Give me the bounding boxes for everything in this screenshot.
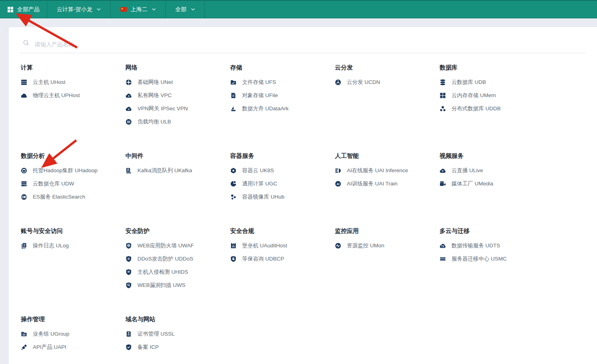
video-camera-icon — [440, 181, 446, 187]
search-input[interactable] — [35, 41, 275, 48]
category-title: 存储 — [230, 63, 335, 72]
nav-tab-label: 全部产品 — [17, 6, 40, 13]
products-row: 账号与安全访问操作日志 ULog安全防护WEB应用防火墙 UWAFDDDoS攻击… — [9, 227, 597, 292]
products-row: 计算云主机 UHost物理云主机 UPHost网络基础网络 UNet私有网络 V… — [9, 63, 597, 128]
product-item[interactable]: 云主机 UHost — [21, 76, 125, 89]
nav-tab-3[interactable]: 全部 — [166, 1, 205, 18]
ai-circle-icon: AI — [335, 181, 341, 187]
cloud-transfer-icon — [440, 243, 446, 249]
category-title: 视频服务 — [440, 151, 544, 160]
category-title: 中间件 — [125, 151, 230, 160]
nav-tab-label: 上海二 — [131, 6, 147, 13]
category-title: 安全合规 — [230, 227, 335, 235]
product-item[interactable]: 资源监控 UMon — [335, 239, 440, 252]
inference-icon — [335, 167, 341, 174]
product-item-label: ES服务 ElasticSearch — [33, 193, 85, 201]
category-section: 人工智能AI在线服务 UAI InferenceAIAI训练服务 UAI Tra… — [335, 151, 440, 203]
product-item[interactable]: 堡垒机 UAuditHost — [230, 239, 335, 252]
product-item[interactable]: ES服务 ElasticSearch — [21, 190, 125, 203]
products-row: 数据分析托管Hadoop集群 UHadoop云数据仓库 UDWES服务 Elas… — [9, 151, 597, 203]
category-section: 安全防护WEB应用防火墙 UWAFDDDoS攻击防护 UDDoS主机入侵检测 U… — [125, 227, 230, 292]
hadoop-circle-icon — [21, 167, 27, 174]
product-item-label: 媒体工厂 UMedia — [452, 180, 493, 187]
category-title: 操作管理 — [21, 315, 125, 323]
category-section: 容器服务容器云 UK8S通用计算 UGC容器镜像库 UHub — [230, 151, 335, 203]
compute-swirl-icon — [230, 181, 237, 187]
product-item[interactable]: AI在线服务 UAI Inference — [335, 164, 440, 177]
product-item-label: 数据方舟 UDataArk — [242, 105, 289, 112]
category-title: 域名与网站 — [125, 315, 230, 323]
load-balancer-icon — [125, 119, 132, 125]
product-item-label: 等保咨询 UDBCP — [242, 255, 284, 263]
cluster-dots-icon — [440, 105, 446, 112]
product-item[interactable]: WEB漏洞扫描 UWS — [125, 278, 230, 292]
category-section: 计算云主机 UHost物理云主机 UPHost — [21, 63, 125, 128]
shield-globe-icon — [125, 243, 132, 249]
product-item[interactable]: 业务组 UGroup — [21, 327, 125, 340]
product-item[interactable]: 基础网络 UNet — [125, 76, 230, 89]
product-item[interactable]: 负载均衡 ULB — [125, 115, 230, 128]
elasticsearch-icon — [21, 194, 27, 200]
folder-group-icon — [21, 331, 27, 337]
product-item-label: 容器云 UK8S — [242, 167, 274, 174]
product-item-label: AI在线服务 UAI Inference — [347, 167, 408, 174]
product-item[interactable]: 云分发 UCDN — [335, 76, 440, 89]
product-item-label: 文件存储 UFS — [242, 79, 276, 86]
product-item[interactable]: 容器云 UK8S — [230, 164, 335, 177]
product-item[interactable]: 云内存存储 UMem — [440, 89, 544, 102]
product-item-label: 私有网络 VPC — [137, 92, 172, 99]
database-icon — [440, 79, 446, 86]
product-item[interactable]: 物理云主机 UPHost — [21, 89, 125, 102]
nav-tab-0[interactable]: 全部产品 — [0, 1, 47, 18]
category-title: 监控应用 — [335, 227, 440, 235]
product-item[interactable]: DDDoS攻击防护 UDDoS — [125, 252, 230, 265]
category-section: 操作管理业务组 UGroupAPI产品 UAPI — [21, 315, 125, 354]
product-item[interactable]: 云数据仓库 UDW — [21, 177, 125, 190]
category-section: 监控应用资源监控 UMon — [335, 227, 440, 292]
category-section: 云分发云分发 UCDN — [335, 63, 440, 128]
product-item[interactable]: WEB应用防火墙 UWAF — [125, 239, 230, 252]
product-item[interactable]: 分布式数据库 UDDB — [440, 102, 544, 115]
product-item[interactable]: 数据传输服务 UDTS — [440, 239, 544, 252]
product-item[interactable]: 云数据库 UDB — [440, 76, 544, 89]
product-item-label: 资源监控 UMon — [347, 242, 384, 249]
product-item[interactable]: 证书管理 USSL — [125, 327, 230, 340]
warehouse-stack-icon — [21, 181, 27, 187]
product-item-label: VPN网关 IPSec VPN — [137, 105, 188, 112]
product-item[interactable]: VPN网关 IPSec VPN — [125, 102, 230, 115]
kafka-queue-icon — [125, 167, 132, 174]
china-flag-icon — [120, 6, 127, 13]
product-item[interactable]: 服务器迁移中心 USMC — [440, 252, 544, 265]
product-item-label: WEB漏洞扫描 UWS — [137, 282, 185, 289]
category-title: 数据库 — [440, 63, 544, 72]
product-item[interactable]: 主机入侵检测 UHIDS — [125, 265, 230, 278]
product-item[interactable]: 私有网络 VPC — [125, 89, 230, 102]
category-section: 数据库云数据库 UDB云内存存储 UMem分布式数据库 UDDB — [440, 63, 544, 128]
nav-tab-2[interactable]: 上海二 — [111, 1, 166, 18]
product-item[interactable]: 操作日志 ULog — [21, 239, 125, 252]
product-item-label: 负载均衡 ULB — [137, 118, 171, 125]
product-item[interactable]: API产品 UAPI — [21, 340, 125, 354]
category-section: 中间件Kafka消息队列 UKafka — [125, 151, 230, 203]
product-item[interactable]: AIAI训练服务 UAI Train — [335, 177, 440, 190]
product-item-label: 托管Hadoop集群 UHadoop — [33, 167, 98, 174]
product-item[interactable]: 数据方舟 UDataArk — [230, 102, 335, 115]
category-section: 存储文件存储 UFS对象存储 UFile数据方舟 UDataArk — [230, 63, 335, 128]
product-item[interactable]: 媒体工厂 UMedia — [440, 177, 544, 190]
nav-tab-label: 云计算-贺小龙 — [57, 6, 92, 13]
product-item[interactable]: 对象存储 UFile — [230, 89, 335, 102]
product-item[interactable]: 容器镜像库 UHub — [230, 190, 335, 203]
product-item-label: 操作日志 ULog — [33, 242, 69, 249]
product-item[interactable]: 云直播 ULive — [440, 164, 544, 177]
product-item[interactable]: 等保咨询 UDBCP — [230, 252, 335, 265]
nav-tab-1[interactable]: 云计算-贺小龙 — [47, 1, 111, 18]
product-item[interactable]: Kafka消息队列 UKafka — [125, 164, 230, 177]
chevron-down-icon — [96, 8, 101, 11]
product-item[interactable]: 托管Hadoop集群 UHadoop — [21, 164, 125, 177]
product-item[interactable]: 通用计算 UGC — [230, 177, 335, 190]
product-item[interactable]: 备案 ICP — [125, 340, 230, 354]
cloud-triangle-icon — [125, 105, 132, 112]
hexagon-icon — [230, 167, 237, 174]
product-item[interactable]: 文件存储 UFS — [230, 76, 335, 89]
product-item-label: 主机入侵检测 UHIDS — [137, 269, 188, 276]
